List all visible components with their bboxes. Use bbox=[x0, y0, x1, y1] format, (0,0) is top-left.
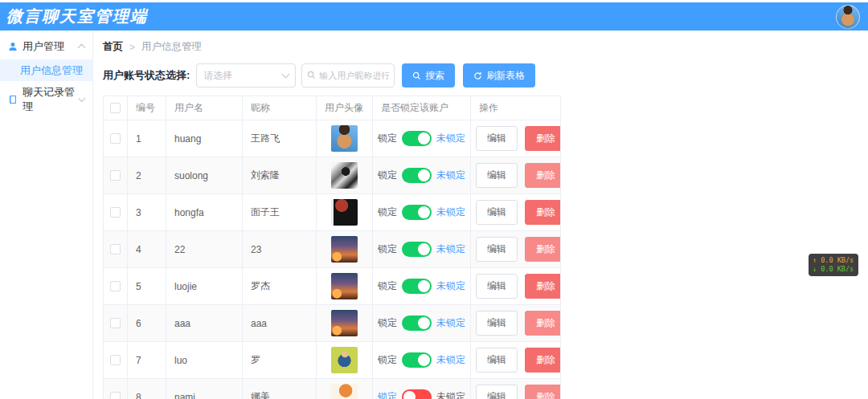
edit-button[interactable]: 编辑 bbox=[476, 237, 518, 262]
edit-button[interactable]: 编辑 bbox=[476, 385, 518, 399]
unlock-state-label: 未锁定 bbox=[436, 242, 465, 256]
sidebar-subitem-label: 用户信息管理 bbox=[20, 63, 83, 78]
row-id: 1 bbox=[128, 120, 166, 157]
edit-button[interactable]: 编辑 bbox=[476, 311, 518, 336]
row-id: 3 bbox=[128, 194, 166, 230]
lock-state-label: 锁定 bbox=[378, 169, 397, 182]
table-row: 8 nami 娜美 锁定 未锁定 编辑 删除 bbox=[104, 379, 560, 399]
unlock-state-label: 未锁定 bbox=[436, 390, 465, 399]
delete-button[interactable]: 删除 bbox=[525, 237, 560, 262]
row-checkbox[interactable] bbox=[110, 392, 121, 399]
table-row: 5 luojie 罗杰 锁定 未锁定 编辑 删除 bbox=[104, 268, 560, 305]
app-title: 微言聊天室管理端 bbox=[6, 6, 148, 27]
lock-state-label: 锁定 bbox=[378, 353, 397, 367]
user-avatar-image bbox=[331, 384, 358, 399]
delete-button[interactable]: 删除 bbox=[525, 348, 560, 373]
row-username: luo bbox=[166, 342, 243, 378]
network-speed-widget: ↑ 0.0 KB/s ↓ 0.0 KB/s bbox=[809, 254, 858, 276]
edit-button[interactable]: 编辑 bbox=[476, 274, 518, 299]
download-speed: ↓ 0.0 KB/s bbox=[813, 265, 854, 274]
sidebar-item-user-management[interactable]: 用户管理 bbox=[0, 36, 92, 56]
row-checkbox[interactable] bbox=[110, 170, 121, 181]
refresh-table-button[interactable]: 刷新表格 bbox=[463, 63, 535, 88]
table-row: 4 22 23 锁定 未锁定 编辑 删除 bbox=[104, 231, 560, 268]
unlock-state-label: 未锁定 bbox=[436, 353, 465, 367]
lock-state-label: 锁定 bbox=[378, 316, 397, 330]
row-nickname: 王路飞 bbox=[243, 120, 317, 157]
column-header-id: 编号 bbox=[128, 96, 166, 120]
table-row: 6 aaa aaa 锁定 未锁定 编辑 删除 bbox=[104, 305, 560, 342]
lock-toggle[interactable] bbox=[402, 279, 432, 294]
user-icon bbox=[8, 42, 18, 51]
breadcrumb-home[interactable]: 首页 bbox=[103, 40, 123, 54]
toggle-knob-icon bbox=[418, 354, 430, 366]
row-nickname: 娜美 bbox=[243, 379, 317, 399]
table-row: 3 hongfa 面子王 锁定 未锁定 编辑 删除 bbox=[104, 194, 560, 231]
lock-toggle[interactable] bbox=[402, 389, 432, 399]
profile-avatar[interactable] bbox=[836, 5, 860, 29]
status-select[interactable]: 请选择 bbox=[196, 63, 296, 88]
sidebar-item-chat-records[interactable]: 聊天记录管理 bbox=[0, 89, 92, 109]
lock-state-label: 锁定 bbox=[378, 390, 397, 399]
status-select-value: 请选择 bbox=[203, 69, 283, 83]
row-nickname: 23 bbox=[243, 231, 317, 267]
lock-toggle[interactable] bbox=[402, 242, 432, 257]
row-username: hongfa bbox=[166, 194, 243, 230]
edit-button[interactable]: 编辑 bbox=[476, 200, 518, 225]
delete-button[interactable]: 删除 bbox=[525, 274, 560, 299]
row-username: nami bbox=[166, 379, 243, 399]
row-username: aaa bbox=[166, 305, 243, 341]
edit-button[interactable]: 编辑 bbox=[476, 348, 518, 373]
search-icon bbox=[307, 68, 316, 83]
breadcrumb-separator: > bbox=[129, 42, 135, 53]
row-checkbox[interactable] bbox=[110, 318, 121, 328]
user-avatar-image bbox=[331, 162, 358, 189]
lock-toggle[interactable] bbox=[402, 205, 432, 220]
row-nickname: 罗 bbox=[243, 342, 317, 378]
column-header-username: 用户名 bbox=[166, 96, 243, 120]
search-button[interactable]: 搜索 bbox=[402, 63, 455, 88]
refresh-button-label: 刷新表格 bbox=[486, 69, 525, 83]
user-avatar-image bbox=[331, 347, 358, 373]
sidebar-item-label: 聊天记录管理 bbox=[23, 85, 75, 114]
column-header-lock: 是否锁定该账户 bbox=[373, 96, 471, 120]
user-avatar-image bbox=[331, 236, 358, 263]
delete-button[interactable]: 删除 bbox=[525, 126, 560, 151]
select-all-checkbox[interactable] bbox=[110, 103, 121, 113]
row-id: 6 bbox=[128, 305, 166, 341]
lock-state-label: 锁定 bbox=[378, 132, 397, 145]
delete-button[interactable]: 删除 bbox=[525, 163, 560, 188]
row-checkbox[interactable] bbox=[110, 281, 121, 291]
lock-toggle[interactable] bbox=[402, 168, 432, 183]
delete-button[interactable]: 删除 bbox=[525, 311, 560, 336]
lock-toggle[interactable] bbox=[402, 131, 432, 146]
row-checkbox[interactable] bbox=[110, 244, 121, 254]
row-checkbox[interactable] bbox=[110, 207, 121, 218]
search-button-label: 搜索 bbox=[425, 69, 444, 83]
row-checkbox[interactable] bbox=[110, 355, 121, 365]
user-avatar-image bbox=[331, 273, 358, 299]
lock-toggle[interactable] bbox=[402, 352, 432, 368]
delete-button[interactable]: 删除 bbox=[525, 200, 560, 225]
table-body: 1 huang 王路飞 锁定 未锁定 编辑 删除 bbox=[104, 120, 560, 399]
toggle-knob-icon bbox=[418, 243, 430, 255]
edit-button[interactable]: 编辑 bbox=[476, 163, 518, 188]
edit-button[interactable]: 编辑 bbox=[476, 126, 518, 151]
sidebar-item-user-info-management[interactable]: 用户信息管理 bbox=[0, 59, 92, 81]
user-avatar-image bbox=[331, 125, 358, 152]
toggle-knob-icon bbox=[418, 317, 430, 329]
table-header-row: 编号 用户名 昵称 用户头像 是否锁定该账户 操作 bbox=[104, 96, 560, 120]
lock-toggle[interactable] bbox=[402, 316, 432, 331]
row-id: 5 bbox=[128, 268, 166, 304]
row-checkbox[interactable] bbox=[110, 133, 121, 144]
lock-state-label: 锁定 bbox=[378, 242, 397, 256]
delete-button[interactable]: 删除 bbox=[525, 385, 560, 399]
search-input[interactable] bbox=[319, 71, 389, 80]
toggle-knob-icon bbox=[418, 280, 430, 292]
toggle-knob-icon bbox=[418, 169, 430, 181]
row-nickname: 罗杰 bbox=[243, 268, 317, 304]
notebook-icon bbox=[8, 95, 18, 104]
sidebar: 用户管理 用户信息管理 聊天记录管理 bbox=[0, 31, 93, 399]
table-row: 2 suolong 刘索隆 锁定 未锁定 编辑 删除 bbox=[104, 157, 560, 194]
column-header-nickname: 昵称 bbox=[243, 96, 317, 120]
